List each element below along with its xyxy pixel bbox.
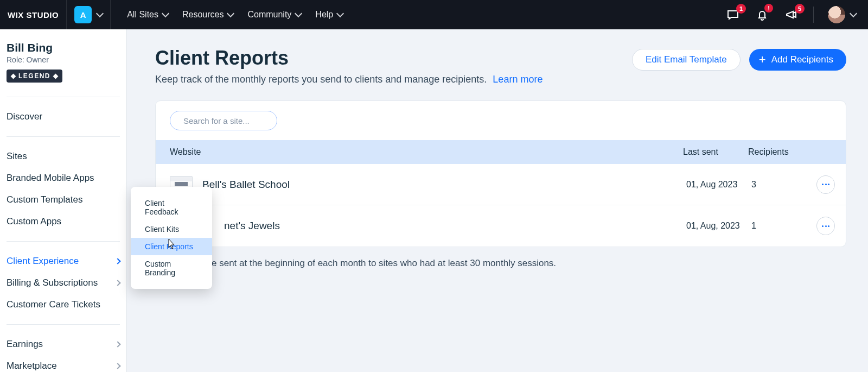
sidebar-user-name: Bill Bing (7, 41, 120, 54)
row-more-button[interactable] (816, 175, 835, 194)
sidebar-item-label: Branded Mobile Apps (7, 173, 94, 184)
flyout-client-kits[interactable]: Client Kits (131, 220, 212, 238)
header-actions: Edit Email Template + Add Recipients (632, 49, 846, 71)
sidebar-item-billing[interactable]: Billing & Subscriptions (0, 272, 126, 294)
sidebar-item-branded-apps[interactable]: Branded Mobile Apps (0, 167, 126, 189)
sidebar-divider (7, 241, 120, 242)
nav-help[interactable]: Help (310, 7, 348, 23)
site-name: net's Jewels (224, 220, 280, 232)
last-sent-value: 01, Aug, 2023 (686, 220, 751, 232)
learn-more-link[interactable]: Learn more (493, 74, 542, 85)
sidebar-item-label: Billing & Subscriptions (7, 278, 98, 288)
nav-all-sites[interactable]: All Sites (122, 7, 174, 23)
chevron-down-icon (336, 10, 344, 17)
row-more-button[interactable] (816, 217, 835, 235)
nav-resources[interactable]: Resources (177, 7, 239, 23)
legend-label: LEGEND (18, 72, 50, 80)
recipients-value: 3 (751, 180, 816, 190)
plus-icon: + (759, 54, 766, 66)
recipients-value: 1 (751, 221, 816, 231)
col-website: Website (156, 147, 683, 157)
top-nav: All Sites Resources Community Help (111, 7, 359, 23)
sidebar-item-discover[interactable]: Discover (0, 106, 126, 128)
chevron-right-icon (114, 341, 120, 347)
sidebar-item-custom-apps[interactable]: Custom Apps (0, 211, 126, 232)
cursor-icon (165, 238, 175, 250)
last-sent-value: 01, Aug 2023 (686, 179, 751, 191)
sidebar-item-label: Marketplace (7, 361, 57, 371)
diamond-icon (11, 73, 16, 79)
sidebar-item-label: Client Experience (7, 256, 79, 267)
dots-icon (822, 225, 829, 227)
sidebar-divider (7, 97, 120, 97)
footnote: e sent at the beginning of each month to… (209, 258, 846, 269)
logo-block: WIX STUDIO (0, 0, 67, 29)
table-row[interactable]: net's Jewels 01, Aug, 2023 1 (156, 205, 846, 247)
chevron-down-icon (162, 10, 169, 17)
sidebar-item-client-experience[interactable]: Client Experience (0, 250, 126, 272)
nav-all-sites-label: All Sites (127, 10, 158, 20)
nav-community[interactable]: Community (242, 7, 307, 23)
search-input[interactable] (183, 116, 286, 125)
nav-resources-label: Resources (182, 10, 224, 20)
notifications-button[interactable]: ! (755, 7, 770, 22)
search-row (156, 101, 846, 140)
col-recipients: Recipients (748, 147, 813, 157)
messages-badge: 1 (736, 4, 746, 14)
legend-chip: LEGEND (7, 70, 62, 83)
chevron-right-icon (114, 258, 120, 264)
chevron-down-icon (850, 10, 857, 17)
table-row[interactable]: Bell's Ballet School 01, Aug 2023 3 (156, 164, 846, 205)
sidebar-user: Bill Bing Role: Owner LEGEND (0, 41, 126, 88)
chevron-right-icon (114, 280, 120, 286)
sidebar-item-label: Customer Care Tickets (7, 299, 100, 310)
avatar (828, 6, 845, 23)
sidebar-user-role: Role: Owner (7, 55, 120, 64)
main-content: Client Reports Keep track of the monthly… (127, 29, 868, 372)
chevron-right-icon (114, 363, 120, 369)
add-recipients-button[interactable]: + Add Recipients (749, 49, 846, 71)
tray-divider (813, 7, 814, 23)
page-header: Client Reports Keep track of the monthly… (155, 47, 846, 85)
tray: 1 ! 5 (725, 6, 868, 23)
sidebar-item-tickets[interactable]: Customer Care Tickets (0, 294, 126, 316)
messages-button[interactable]: 1 (725, 7, 741, 22)
notifications-warn-badge: ! (764, 4, 773, 12)
edit-email-template-button[interactable]: Edit Email Template (632, 49, 741, 71)
site-selector[interactable]: A (67, 0, 111, 29)
search-input-wrapper[interactable] (170, 111, 277, 130)
add-recipients-label: Add Recipients (771, 54, 833, 65)
account-menu[interactable] (828, 6, 856, 23)
sidebar: Bill Bing Role: Owner LEGEND Discover Si… (0, 29, 127, 372)
sidebar-divider (7, 136, 120, 137)
reports-card: Website Last sent Recipients Bell's Ball… (155, 100, 846, 247)
sidebar-item-label: Custom Apps (7, 216, 61, 227)
announcements-button[interactable]: 5 (784, 7, 799, 22)
col-last-sent: Last sent (683, 147, 748, 157)
site-name: Bell's Ballet School (202, 179, 290, 191)
sidebar-item-marketplace[interactable]: Marketplace (0, 355, 126, 372)
sidebar-item-label: Sites (7, 151, 27, 162)
nav-community-label: Community (247, 10, 291, 20)
chevron-down-icon (96, 10, 104, 17)
footnote-text: e sent at the beginning of each month to… (212, 258, 556, 268)
diamond-icon (53, 73, 59, 79)
sidebar-item-label: Discover (7, 111, 42, 122)
sidebar-item-label: Earnings (7, 339, 43, 350)
flyout-custom-branding[interactable]: Custom Branding (131, 255, 212, 281)
flyout-client-feedback[interactable]: Client Feedback (131, 194, 212, 220)
table-header: Website Last sent Recipients (156, 140, 846, 164)
app-logo: WIX STUDIO (8, 10, 59, 20)
page-subtitle-text: Keep track of the monthly reports you se… (155, 74, 487, 85)
sidebar-item-sites[interactable]: Sites (0, 146, 126, 167)
sidebar-item-label: Custom Templates (7, 194, 82, 205)
chevron-down-icon (227, 10, 234, 17)
chevron-down-icon (295, 10, 302, 17)
top-bar: WIX STUDIO A All Sites Resources Communi… (0, 0, 868, 29)
site-swatch: A (74, 6, 92, 23)
sidebar-item-custom-templates[interactable]: Custom Templates (0, 189, 126, 211)
sidebar-item-earnings[interactable]: Earnings (0, 333, 126, 355)
page-title: Client Reports (155, 47, 542, 70)
page-subtitle: Keep track of the monthly reports you se… (155, 74, 542, 85)
dots-icon (822, 184, 829, 185)
